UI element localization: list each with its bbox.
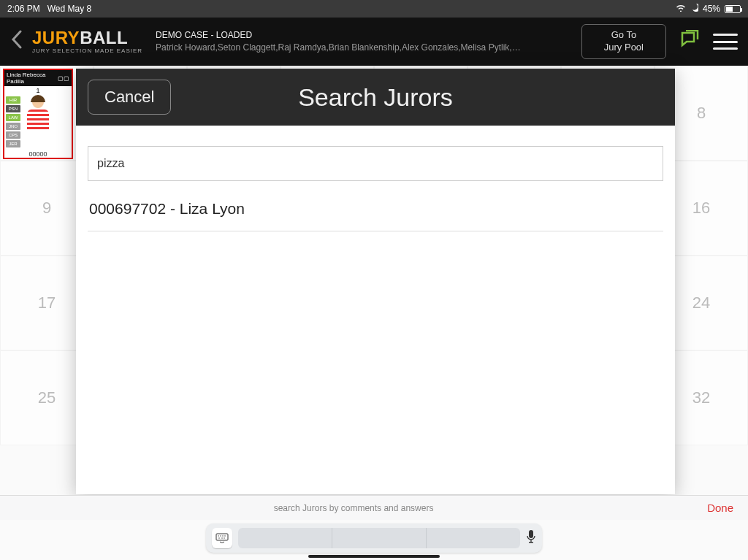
keyboard-toggle-icon[interactable] <box>212 528 232 548</box>
case-title: DEMO CASE - LOADED <box>156 29 521 42</box>
ipad-status-bar: 2:06 PM Wed May 8 45% <box>0 0 748 18</box>
chat-icon[interactable] <box>679 30 700 53</box>
juror-seat: 1 <box>4 86 72 95</box>
svg-point-5 <box>218 537 219 538</box>
svg-rect-0 <box>216 534 228 540</box>
search-jurors-modal: Cancel Search Jurors 000697702 - Liza Ly… <box>76 69 675 494</box>
keyboard-done-button[interactable]: Done <box>707 502 733 514</box>
floating-keyboard[interactable] <box>206 523 542 553</box>
status-date: Wed May 8 <box>47 4 91 14</box>
juror-avatar-icon <box>25 96 51 133</box>
microphone-icon[interactable] <box>526 529 536 547</box>
svg-point-1 <box>218 535 218 536</box>
svg-rect-8 <box>529 530 533 538</box>
wifi-icon <box>676 4 686 14</box>
juror-tags: HIRPSNLAWJNOCPSJER <box>6 96 20 147</box>
keyboard-candidate-bar[interactable] <box>238 528 520 548</box>
svg-point-2 <box>220 535 221 536</box>
juror-card-icons: ▢▢ <box>58 75 69 82</box>
home-indicator[interactable] <box>308 555 440 558</box>
battery-icon <box>725 5 741 13</box>
battery-percent: 45% <box>703 4 720 14</box>
status-time: 2:06 PM <box>7 4 40 14</box>
menu-button[interactable] <box>713 34 738 50</box>
juror-id: 00000 <box>4 150 72 158</box>
back-button[interactable] <box>10 30 22 54</box>
juror-search-input[interactable] <box>88 146 663 181</box>
juror-tag: HIR <box>6 96 20 104</box>
juror-card[interactable]: Linda Rebecca Padilla ▢▢ 1 HIRPSNLAWJNOC… <box>3 69 73 159</box>
app-logo: JURYBALL JURY SELECTION MADE EASIER <box>32 29 142 54</box>
svg-point-3 <box>222 535 223 536</box>
svg-point-4 <box>224 535 225 536</box>
case-people: Patrick Howard,Seton Claggett,Raj Ramdya… <box>156 42 521 54</box>
search-hint: search Jurors by comments and answers <box>0 503 707 513</box>
app-header: JURYBALL JURY SELECTION MADE EASIER DEMO… <box>0 18 748 66</box>
case-info: DEMO CASE - LOADED Patrick Howard,Seton … <box>156 29 521 54</box>
search-result-row[interactable]: 000697702 - Liza Lyon <box>88 187 663 231</box>
juror-tag: PSN <box>6 105 20 112</box>
moon-icon <box>690 4 698 14</box>
keyboard-accessory-bar: search Jurors by comments and answers Do… <box>0 495 748 520</box>
juror-tag: LAW <box>6 114 20 121</box>
juror-tag: JNO <box>6 123 20 130</box>
goto-jury-pool-button[interactable]: Go To Jury Pool <box>581 24 666 59</box>
juror-name: Linda Rebecca Padilla <box>7 72 58 85</box>
svg-point-7 <box>224 537 224 538</box>
svg-point-6 <box>221 537 222 538</box>
juror-tag: CPS <box>6 131 20 139</box>
juror-tag: JER <box>6 140 20 147</box>
cancel-button[interactable]: Cancel <box>88 80 171 115</box>
